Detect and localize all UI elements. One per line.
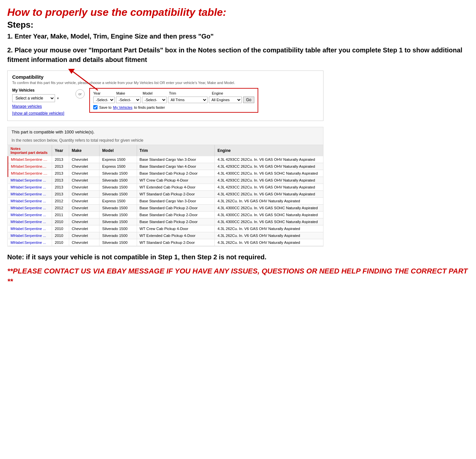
year-cell: 2010: [52, 232, 69, 239]
year-cell: 2013: [52, 156, 69, 163]
manage-vehicles-link[interactable]: Manage vehicles: [12, 104, 65, 109]
table-row: Mfrlabel:Serpentine ....2013ChevroletExp…: [8, 156, 323, 163]
col-header-trim: Trim: [137, 145, 215, 156]
trim-cell: Base Standard Cargo Van 4-Door: [137, 163, 215, 170]
compatibility-table-wrapper: Notes Important part details Year Make M…: [7, 145, 323, 246]
year-cell: 2012: [52, 198, 69, 205]
year-cell: 2010: [52, 225, 69, 232]
save-label: Save to: [99, 105, 111, 109]
make-select[interactable]: -Select-: [116, 97, 141, 103]
table-header-row: Notes Important part details Year Make M…: [8, 145, 323, 156]
notes-cell: Mfrlabel:Serpentine ...: [8, 212, 52, 218]
engine-cell: 4.3L 262Cu. In. V6 GAS OHV Naturally Asp…: [215, 225, 323, 232]
year-make-engine-section: Year Make Model Trim Engine -Select- -Se…: [89, 88, 258, 113]
model-cell: Express 1500: [99, 163, 137, 170]
table-row: Mfrlabel:Serpentine ...2013ChevroletSilv…: [8, 191, 323, 198]
go-button[interactable]: Go: [243, 97, 254, 103]
compatibility-container: Compatibility To confirm that this part …: [7, 71, 323, 121]
year-cell: 2010: [52, 239, 69, 246]
trim-cell: WT Extended Cab Pickup 4-Door: [137, 184, 215, 191]
model-cell: Silverado 1500: [99, 218, 137, 225]
trim-cell: Base Standard Cargo Van 3-Door: [137, 156, 215, 163]
model-cell: Silverado 1500: [99, 239, 137, 246]
make-cell: Chevrolet: [69, 198, 99, 205]
model-cell: Silverado 1500: [99, 191, 137, 198]
trim-cell: WT Standard Cab Pickup 2-Door: [137, 191, 215, 198]
engine-cell: 4.3L 262Cu. In. V6 GAS OHV Naturally Asp…: [215, 198, 323, 205]
trim-select[interactable]: All Trims: [168, 97, 208, 103]
ymm-selects-row: -Select- -Select- -Select- All Trims All…: [93, 97, 254, 103]
save-to-my-vehicles-checkbox[interactable]: [93, 105, 98, 109]
model-cell: Silverado 1500: [99, 170, 137, 177]
year-select[interactable]: -Select-: [93, 97, 115, 103]
my-vehicles-link[interactable]: My Vehicles: [113, 105, 132, 109]
make-cell: Chevrolet: [69, 163, 99, 170]
notes-cell: Mfrlabel:Serpentine ...: [8, 184, 52, 191]
compatibility-subtitle: To confirm that this part fits your vehi…: [12, 81, 319, 85]
make-cell: Chevrolet: [69, 232, 99, 239]
engine-cell: 4.3L 4293CC 262Cu. In. V6 GAS OHV Natura…: [215, 163, 323, 170]
model-cell: Silverado 1500: [99, 177, 137, 184]
make-cell: Chevrolet: [69, 225, 99, 232]
make-cell: Chevrolet: [69, 218, 99, 225]
year-cell: 2013: [52, 177, 69, 184]
engine-cell: 4.3L 262Cu. In. V6 GAS OHV Naturally Asp…: [215, 239, 323, 246]
trim-label: Trim: [169, 91, 212, 95]
col-header-make: Make: [69, 145, 99, 156]
step1-text: 1. Enter Year, Make, Model, Trim, Engine…: [7, 32, 469, 41]
make-label: Make: [116, 91, 143, 95]
main-title: How to properly use the compatibility ta…: [7, 6, 469, 18]
select-vehicle-dropdown[interactable]: Select a vehicle: [12, 94, 55, 102]
make-cell: Chevrolet: [69, 177, 99, 184]
model-label: Model: [143, 91, 169, 95]
trim-cell: Base Standard Cargo Van 3-Door: [137, 198, 215, 205]
save-suffix: to finds parts faster: [134, 105, 165, 109]
notes-cell: Mfrlabel:Serpentine ...: [8, 218, 52, 225]
col-header-notes: Notes Important part details: [8, 145, 52, 156]
make-cell: Chevrolet: [69, 191, 99, 198]
contact-text: **PLEASE CONTACT US VIA EBAY MESSAGE IF …: [7, 266, 469, 287]
col-header-year: Year: [52, 145, 69, 156]
model-cell: Silverado 1500: [99, 184, 137, 191]
engine-label: Engine: [212, 91, 245, 95]
compat-count-text: This part is compatible with 1000 vehicl…: [12, 129, 95, 134]
make-cell: Chevrolet: [69, 205, 99, 212]
engine-cell: 4.3L 4300CC 262Cu. In. V6 GAS SOHC Natur…: [215, 218, 323, 225]
table-row: Mfrlabel:Serpentine ...2010ChevroletSilv…: [8, 239, 323, 246]
qty-note-text: In the notes section below, Quantity ref…: [12, 138, 143, 143]
notes-cell: Mfrlabel:Serpentine ...: [8, 191, 52, 198]
trim-cell: Base Standard Cab Pickup 2-Door: [137, 205, 215, 212]
engine-cell: 4.3L 262Cu. In. V6 GAS OHV Naturally Asp…: [215, 232, 323, 239]
table-row: Mfrlabel:Serpentine ...2010ChevroletSilv…: [8, 218, 323, 225]
or-divider: or: [75, 89, 85, 99]
model-cell: Silverado 1500: [99, 205, 137, 212]
table-row: Mfrlabel:Serpentine ....2013ChevroletSil…: [8, 170, 323, 177]
engine-cell: 4.3L 4300CC 262Cu. In. V6 GAS SOHC Natur…: [215, 205, 323, 212]
model-cell: Silverado 1500: [99, 212, 137, 218]
make-cell: Chevrolet: [69, 212, 99, 218]
table-row: Mfrlabel:Serpentine ...2013ChevroletSilv…: [8, 184, 323, 191]
trim-cell: WT Crew Cab Pickup 4-Door: [137, 177, 215, 184]
engine-cell: 4.3L 4293CC 262Cu. In. V6 GAS OHV Natura…: [215, 156, 323, 163]
year-cell: 2013: [52, 191, 69, 198]
year-cell: 2011: [52, 212, 69, 218]
steps-title: Steps:: [7, 20, 469, 30]
model-cell: Silverado 1500: [99, 225, 137, 232]
engine-cell: 4.3L 4300CC 262Cu. In. V6 GAS SOHC Natur…: [215, 212, 323, 218]
make-cell: Chevrolet: [69, 156, 99, 163]
qty-note: In the notes section below, Quantity ref…: [7, 137, 323, 145]
notes-cell: Mfrlabel:Serpentine ...: [8, 177, 52, 184]
engine-cell: 4.3L 4293CC 262Cu. In. V6 GAS OHV Natura…: [215, 191, 323, 198]
trim-cell: Base Standard Cab Pickup 2-Door: [137, 218, 215, 225]
engine-select[interactable]: All Engines: [209, 97, 242, 103]
col-header-model: Model: [99, 145, 137, 156]
trim-cell: WT Standard Cab Pickup 2-Door: [137, 239, 215, 246]
table-row: Mfrlabel:Serpentine....2013ChevroletExpr…: [8, 163, 323, 170]
year-cell: 2010: [52, 218, 69, 225]
compatibility-body: My Vehicles Select a vehicle ▾ Manage ve…: [12, 88, 319, 116]
model-select[interactable]: -Select-: [142, 97, 167, 103]
diagram-area: Compatibility To confirm that this part …: [7, 71, 469, 121]
notes-cell: Mfrlabel:Serpentine ...: [8, 232, 52, 239]
model-cell: Express 1500: [99, 198, 137, 205]
show-all-vehicles-link[interactable]: [show all compatible vehicles]: [12, 111, 64, 116]
